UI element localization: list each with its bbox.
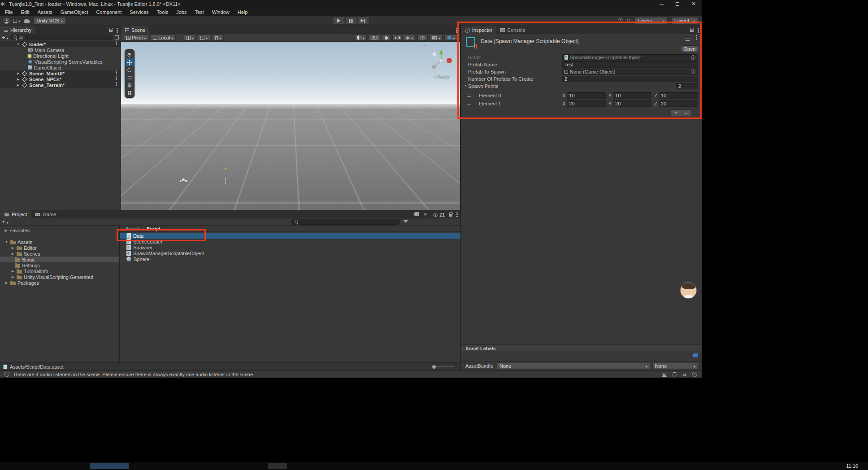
tab-project[interactable]: Project [0,210,31,218]
assetbundle-variant-dropdown[interactable]: None [652,363,698,369]
element-1-z-input[interactable] [659,100,698,107]
status-check-icon[interactable] [692,372,697,377]
panel-menu-icon[interactable] [456,30,457,31]
tree-item-tutorialinfo[interactable]: TutorialInfo [0,268,119,274]
effects-dropdown[interactable] [403,35,416,41]
pause-button[interactable] [345,17,357,25]
object-picker-icon[interactable] [691,55,695,60]
scene-object-sphere[interactable] [180,180,182,182]
row-options-icon[interactable] [116,72,117,73]
array-size-input[interactable] [676,83,698,89]
file-sceneloader[interactable]: SceneLoader [120,239,460,244]
tab-hierarchy[interactable]: Hierarchy [0,26,35,34]
foldout-closed-icon[interactable] [11,252,15,256]
panel-menu-icon[interactable] [698,30,699,31]
foldout-open-icon[interactable] [16,43,20,46]
hierarchy-search-input[interactable]: All [10,35,113,40]
rotate-tool-button[interactable] [126,66,134,74]
perspective-label[interactable]: < Persp [427,75,456,80]
camera-settings-dropdown[interactable] [430,35,443,41]
hierarchy-item-directional-light[interactable]: Directional Light [0,53,121,59]
handle-rotation-dropdown[interactable]: Local [150,35,176,41]
cloud-icon[interactable] [24,20,30,23]
lock-icon[interactable] [690,30,694,32]
services-dropdown[interactable] [13,18,20,23]
header-menu-icon[interactable] [696,37,697,38]
panel-menu-icon[interactable] [456,214,458,215]
element-1-row[interactable]: Element 1 X Y Z [461,100,702,108]
scene-object-sphere[interactable] [185,180,187,182]
chevron-down-icon[interactable] [7,219,9,225]
foldout-closed-icon[interactable] [16,83,20,87]
pivot-dropdown[interactable]: Pivot [124,35,148,41]
menu-tools[interactable]: Tools [153,9,173,15]
tab-game[interactable]: Game [31,210,60,218]
breadcrumb-root[interactable]: Assets [126,226,140,231]
search-by-type-icon[interactable] [404,220,408,225]
drag-handle-icon[interactable] [467,95,471,97]
lock-icon[interactable] [109,30,113,32]
overlay-menu-icon[interactable] [423,44,427,47]
menu-services[interactable]: Services [126,9,152,15]
prefab-count-input[interactable] [562,76,698,82]
taskbar-app-item[interactable] [268,463,287,469]
audio-toggle[interactable] [392,35,401,41]
tree-item-editor[interactable]: Editor [0,245,119,251]
file-sphere[interactable]: Sphere [120,256,460,262]
vcs-button[interactable]: Unity VCS [34,17,66,25]
menu-component[interactable]: Component [92,9,126,15]
assetbundle-dropdown[interactable]: None [497,363,650,369]
minimize-button[interactable] [653,0,669,8]
transform-tool-button[interactable] [126,81,134,89]
asset-labels-header[interactable]: Asset Labels [461,344,702,352]
menu-jobs[interactable]: Jobs [172,9,191,15]
hierarchy-item-scenevariables[interactable]: VisualScripting SceneVariables [0,59,121,65]
chevron-down-icon[interactable] [7,35,9,40]
project-search-input[interactable] [291,219,400,225]
remove-element-button[interactable]: − [681,110,691,116]
prefab-to-spawn-field[interactable]: None (Game Object) [562,69,698,75]
menu-file[interactable]: File [1,9,17,15]
foldout-closed-icon[interactable] [4,281,9,285]
create-button[interactable] [2,219,5,225]
hierarchy-scene-loader[interactable]: loader* [0,41,121,47]
hierarchy-scene-mainui[interactable]: Scene_MainUI* [0,70,121,76]
prefab-name-input[interactable] [562,61,698,68]
scene-object-light-gizmo[interactable] [225,168,226,170]
layers-dropdown[interactable]: Layers [634,17,668,25]
element-1-x-input[interactable] [567,100,605,107]
drag-handle-icon[interactable] [467,103,471,105]
panel-menu-icon[interactable] [117,30,118,31]
scene-object-sphere[interactable] [182,178,185,181]
menu-test[interactable]: Test [191,9,208,15]
foldout-open-icon[interactable] [4,240,9,244]
open-button[interactable]: Open [681,45,698,52]
element-0-x-input[interactable] [567,92,605,99]
tab-inspector[interactable]: Inspector [461,26,496,34]
search-icon[interactable] [627,19,631,23]
tab-scene[interactable]: Scene [121,26,149,34]
orientation-gizmo[interactable] [429,48,454,73]
search-options-icon[interactable] [115,35,119,39]
tree-item-scenes[interactable]: Scenes [0,251,119,257]
element-1-y-input[interactable] [613,100,651,107]
tab-console[interactable]: Console [496,26,529,34]
foldout-closed-icon[interactable] [16,72,20,75]
scene-viewport[interactable]: < Persp [121,42,460,210]
foldout-closed-icon[interactable] [11,275,15,279]
file-spawnmanagerscriptableobject[interactable]: SpawnManagerScriptableObject [120,250,460,256]
rect-tool-button[interactable] [126,74,134,81]
snap-toggle-dropdown[interactable] [212,35,224,41]
view-tool-button[interactable] [126,51,134,58]
menu-edit[interactable]: Edit [17,9,34,15]
2d-toggle[interactable]: 2D [369,35,380,41]
hierarchy-item-main-camera[interactable]: Main Camera [0,47,121,53]
label-tag-icon[interactable] [692,353,698,357]
notifications-muted-icon[interactable] [663,373,666,376]
file-data[interactable]: Data [120,233,460,239]
move-tool-button[interactable] [126,58,134,66]
grid-visibility-dropdown[interactable] [184,35,196,41]
row-options-icon[interactable] [116,78,117,78]
background-tasks-icon[interactable] [672,372,677,377]
play-button[interactable] [333,17,345,25]
